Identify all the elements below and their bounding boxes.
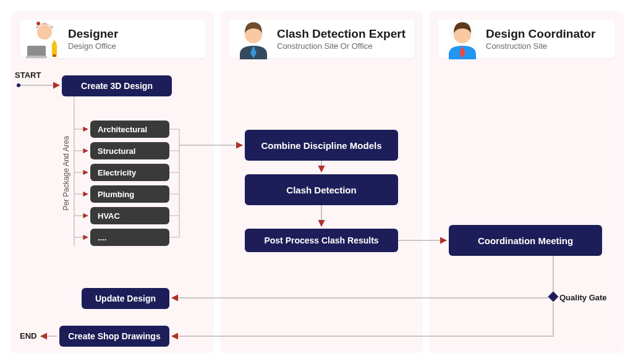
svg-rect-0: [27, 46, 46, 57]
node-clash-detection: Clash Detection: [245, 174, 398, 205]
svg-point-3: [36, 22, 40, 25]
discipline-more: ....: [90, 229, 169, 246]
discipline-hvac: HVAC: [90, 207, 169, 224]
quality-gate-label: Quality Gate: [559, 293, 607, 302]
svg-point-2: [37, 25, 52, 40]
lane-title: Design Coordinator: [486, 27, 595, 41]
node-coordination-meeting: Coordination Meeting: [449, 225, 602, 256]
lane-title: Designer: [68, 27, 118, 41]
per-package-label: Per Package And Area: [62, 136, 70, 211]
lane-subtitle: Design Office: [68, 41, 118, 51]
discipline-electricity: Electricity: [90, 164, 169, 181]
svg-rect-6: [53, 54, 56, 57]
discipline-architectural: Architectural: [90, 121, 169, 138]
svg-marker-5: [52, 40, 57, 44]
lane-header-designer: Designer Design Office: [20, 20, 205, 58]
discipline-structural: Structural: [90, 142, 169, 159]
lane-title: Clash Detection Expert: [277, 27, 406, 41]
coordinator-icon: [443, 15, 482, 59]
node-combine-models: Combine Discipline Models: [245, 130, 398, 161]
lane-subtitle: Construction Site: [486, 41, 595, 51]
lane-header-coordinator: Design Coordinator Construction Site: [438, 20, 615, 58]
lane-header-clash-expert: Clash Detection Expert Construction Site…: [229, 20, 414, 58]
designer-icon: [25, 15, 64, 59]
lane-subtitle: Construction Site Or Office: [277, 41, 406, 51]
node-post-process: Post Process Clash Results: [245, 229, 398, 252]
node-update-design: Update Design: [82, 288, 169, 309]
node-create-3d-design: Create 3D Design: [62, 75, 172, 96]
start-label: START: [15, 70, 41, 80]
node-create-shop-drawings: Create Shop Drawings: [59, 326, 169, 347]
discipline-plumbing: Plumbing: [90, 185, 169, 203]
end-label: END: [20, 331, 36, 341]
clash-expert-icon: [234, 15, 273, 59]
svg-rect-1: [26, 56, 47, 58]
